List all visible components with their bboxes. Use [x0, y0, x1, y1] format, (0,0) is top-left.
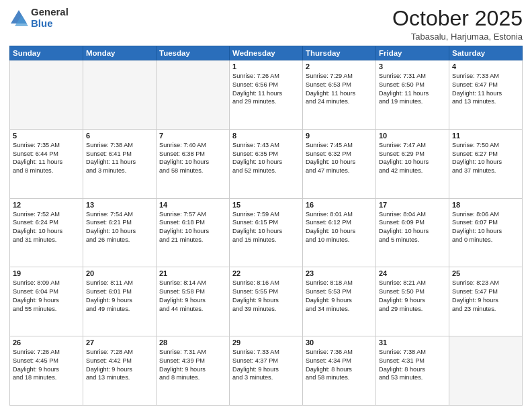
calendar-cell: 25Sunrise: 8:23 AMSunset: 5:47 PMDayligh…	[449, 267, 523, 336]
day-info: Sunrise: 8:01 AMSunset: 6:12 PMDaylight:…	[306, 210, 373, 244]
calendar-cell: 14Sunrise: 7:57 AMSunset: 6:18 PMDayligh…	[157, 198, 230, 267]
day-number: 17	[379, 201, 446, 209]
weekday-header-row: SundayMondayTuesdayWednesdayThursdayFrid…	[10, 46, 523, 60]
day-number: 27	[86, 338, 153, 347]
day-info: Sunrise: 7:28 AMSunset: 4:42 PMDaylight:…	[86, 348, 153, 382]
weekday-header-tuesday: Tuesday	[157, 46, 230, 60]
day-info: Sunrise: 8:14 AMSunset: 5:58 PMDaylight:…	[159, 279, 226, 313]
calendar-cell	[10, 60, 83, 130]
day-number: 30	[306, 338, 373, 347]
calendar-cell	[157, 60, 230, 130]
day-info: Sunrise: 8:21 AMSunset: 5:50 PMDaylight:…	[379, 279, 446, 313]
day-number: 20	[86, 269, 153, 277]
day-info: Sunrise: 8:04 AMSunset: 6:09 PMDaylight:…	[379, 210, 446, 244]
location: Tabasalu, Harjumaa, Estonia	[392, 32, 523, 42]
logo: General Blue	[9, 7, 69, 29]
day-info: Sunrise: 7:54 AMSunset: 6:21 PMDaylight:…	[86, 210, 153, 244]
header: General Blue October 2025 Tabasalu, Harj…	[9, 7, 523, 42]
weekday-header-sunday: Sunday	[10, 46, 83, 60]
calendar-cell: 12Sunrise: 7:52 AMSunset: 6:24 PMDayligh…	[10, 198, 83, 267]
day-info: Sunrise: 7:35 AMSunset: 6:44 PMDaylight:…	[13, 141, 80, 175]
calendar-cell: 26Sunrise: 7:26 AMSunset: 4:45 PMDayligh…	[10, 336, 83, 406]
weekday-header-monday: Monday	[83, 46, 157, 60]
day-info: Sunrise: 7:59 AMSunset: 6:15 PMDaylight:…	[232, 210, 300, 244]
weekday-header-saturday: Saturday	[449, 46, 523, 60]
day-info: Sunrise: 8:18 AMSunset: 5:53 PMDaylight:…	[306, 279, 373, 313]
day-info: Sunrise: 8:11 AMSunset: 6:01 PMDaylight:…	[86, 279, 153, 313]
title-block: October 2025 Tabasalu, Harjumaa, Estonia	[392, 7, 523, 42]
calendar-cell: 27Sunrise: 7:28 AMSunset: 4:42 PMDayligh…	[83, 336, 157, 406]
calendar-cell: 3Sunrise: 7:31 AMSunset: 6:50 PMDaylight…	[376, 60, 449, 130]
calendar-cell: 5Sunrise: 7:35 AMSunset: 6:44 PMDaylight…	[10, 129, 83, 198]
day-number: 26	[13, 338, 80, 347]
day-number: 21	[159, 269, 226, 277]
day-number: 5	[13, 132, 80, 140]
calendar-cell: 7Sunrise: 7:40 AMSunset: 6:38 PMDaylight…	[157, 129, 230, 198]
calendar-cell: 6Sunrise: 7:38 AMSunset: 6:41 PMDaylight…	[83, 129, 157, 198]
day-number: 24	[379, 269, 446, 277]
logo-icon	[9, 9, 28, 28]
weekday-header-friday: Friday	[376, 46, 449, 60]
calendar-cell: 11Sunrise: 7:50 AMSunset: 6:27 PMDayligh…	[449, 129, 523, 198]
day-info: Sunrise: 7:26 AMSunset: 4:45 PMDaylight:…	[13, 348, 80, 382]
calendar-cell: 23Sunrise: 8:18 AMSunset: 5:53 PMDayligh…	[303, 267, 376, 336]
day-info: Sunrise: 7:31 AMSunset: 6:50 PMDaylight:…	[379, 72, 446, 106]
day-info: Sunrise: 8:09 AMSunset: 6:04 PMDaylight:…	[13, 279, 80, 313]
calendar-cell: 17Sunrise: 8:04 AMSunset: 6:09 PMDayligh…	[376, 198, 449, 267]
day-number: 6	[86, 132, 153, 140]
day-info: Sunrise: 8:23 AMSunset: 5:47 PMDaylight:…	[452, 279, 519, 313]
day-number: 2	[306, 62, 373, 71]
day-number: 18	[452, 201, 519, 209]
calendar-cell: 1Sunrise: 7:26 AMSunset: 6:56 PMDaylight…	[230, 60, 303, 130]
day-info: Sunrise: 7:43 AMSunset: 6:35 PMDaylight:…	[232, 141, 300, 175]
day-number: 14	[159, 201, 226, 209]
calendar-table: SundayMondayTuesdayWednesdayThursdayFrid…	[9, 46, 523, 406]
calendar-cell: 22Sunrise: 8:16 AMSunset: 5:55 PMDayligh…	[230, 267, 303, 336]
day-number: 11	[452, 132, 519, 140]
calendar-cell: 28Sunrise: 7:31 AMSunset: 4:39 PMDayligh…	[157, 336, 230, 406]
day-number: 7	[159, 132, 226, 140]
calendar-cell: 24Sunrise: 8:21 AMSunset: 5:50 PMDayligh…	[376, 267, 449, 336]
day-number: 4	[452, 62, 519, 71]
calendar-week-1: 1Sunrise: 7:26 AMSunset: 6:56 PMDaylight…	[10, 60, 523, 130]
day-info: Sunrise: 7:26 AMSunset: 6:56 PMDaylight:…	[232, 72, 300, 106]
day-number: 15	[232, 201, 300, 209]
calendar-cell: 8Sunrise: 7:43 AMSunset: 6:35 PMDaylight…	[230, 129, 303, 198]
day-info: Sunrise: 7:36 AMSunset: 4:34 PMDaylight:…	[306, 348, 373, 382]
calendar-cell: 15Sunrise: 7:59 AMSunset: 6:15 PMDayligh…	[230, 198, 303, 267]
calendar-week-4: 19Sunrise: 8:09 AMSunset: 6:04 PMDayligh…	[10, 267, 523, 336]
calendar-cell	[449, 336, 523, 406]
calendar-cell: 30Sunrise: 7:36 AMSunset: 4:34 PMDayligh…	[303, 336, 376, 406]
day-number: 1	[232, 62, 300, 71]
day-number: 16	[306, 201, 373, 209]
day-number: 22	[232, 269, 300, 277]
calendar-cell: 20Sunrise: 8:11 AMSunset: 6:01 PMDayligh…	[83, 267, 157, 336]
calendar-cell: 21Sunrise: 8:14 AMSunset: 5:58 PMDayligh…	[157, 267, 230, 336]
day-info: Sunrise: 7:38 AMSunset: 4:31 PMDaylight:…	[379, 348, 446, 382]
calendar-week-3: 12Sunrise: 7:52 AMSunset: 6:24 PMDayligh…	[10, 198, 523, 267]
day-number: 12	[13, 201, 80, 209]
day-info: Sunrise: 7:50 AMSunset: 6:27 PMDaylight:…	[452, 141, 519, 175]
day-info: Sunrise: 7:57 AMSunset: 6:18 PMDaylight:…	[159, 210, 226, 244]
calendar-cell	[83, 60, 157, 130]
day-info: Sunrise: 7:33 AMSunset: 6:47 PMDaylight:…	[452, 72, 519, 106]
calendar-week-2: 5Sunrise: 7:35 AMSunset: 6:44 PMDaylight…	[10, 129, 523, 198]
day-number: 29	[232, 338, 300, 347]
calendar-cell: 31Sunrise: 7:38 AMSunset: 4:31 PMDayligh…	[376, 336, 449, 406]
day-number: 25	[452, 269, 519, 277]
weekday-header-wednesday: Wednesday	[230, 46, 303, 60]
day-info: Sunrise: 7:45 AMSunset: 6:32 PMDaylight:…	[306, 141, 373, 175]
logo-text: General Blue	[31, 7, 69, 29]
calendar-cell: 2Sunrise: 7:29 AMSunset: 6:53 PMDaylight…	[303, 60, 376, 130]
logo-general-text: General	[31, 7, 69, 18]
calendar-cell: 16Sunrise: 8:01 AMSunset: 6:12 PMDayligh…	[303, 198, 376, 267]
weekday-header-thursday: Thursday	[303, 46, 376, 60]
calendar-cell: 19Sunrise: 8:09 AMSunset: 6:04 PMDayligh…	[10, 267, 83, 336]
day-number: 9	[306, 132, 373, 140]
calendar-week-5: 26Sunrise: 7:26 AMSunset: 4:45 PMDayligh…	[10, 336, 523, 406]
day-info: Sunrise: 8:16 AMSunset: 5:55 PMDaylight:…	[232, 279, 300, 313]
calendar-cell: 4Sunrise: 7:33 AMSunset: 6:47 PMDaylight…	[449, 60, 523, 130]
day-number: 10	[379, 132, 446, 140]
day-info: Sunrise: 7:52 AMSunset: 6:24 PMDaylight:…	[13, 210, 80, 244]
day-number: 8	[232, 132, 300, 140]
